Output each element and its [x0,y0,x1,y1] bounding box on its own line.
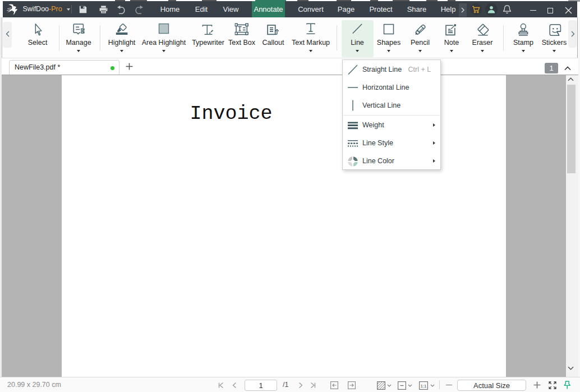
svg-text:1:1: 1:1 [420,383,427,388]
